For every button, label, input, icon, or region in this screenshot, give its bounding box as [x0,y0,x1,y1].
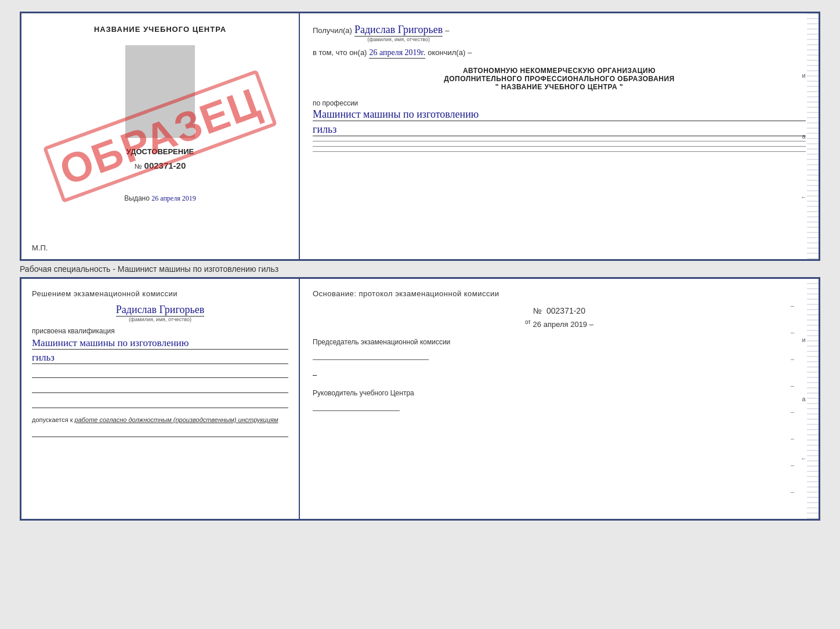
bottom-underline-4 [32,426,288,437]
допускается-text: работе согласно должностным (производств… [75,416,278,423]
bottom-side-char-и: и [801,336,807,343]
received-row: Получил(а) Радислав Григорьев (фамилия, … [313,24,806,42]
date-row: в том, что он(а) 26 апреля 2019г. окончи… [313,48,806,59]
bottom-name-block: Радислав Григорьев (фамилия, имя, отчест… [32,304,288,322]
dash-line-3 [313,151,806,152]
bottom-number-prefix: № [533,306,542,315]
in-that-label: в том, что он(а) [313,48,367,57]
chair-label: Председатель экзаменационной комиссии [313,338,806,346]
bottom-name-sublabel: (фамилия, имя, отчество) [129,317,191,322]
bottom-side-char-a: а [801,395,807,402]
cert-issued: Выдано 26 апреля 2019 [124,194,195,203]
dash-line-1 [313,141,806,141]
bottom-left-panel: Решением экзаменационной комиссии Радисл… [21,279,300,519]
cert-number: 002371-20 [144,161,186,170]
bottom-right-number: № 002371-20 [313,306,806,315]
assigned-label: присвоена квалификация [32,327,288,335]
date-value: 26 апреля 2019г. [369,48,425,59]
date-dash: – [589,320,593,329]
rdash3: – [791,355,794,363]
bottom-underline-3 [32,397,288,408]
udostoverenie-label: УДОСТОВЕРЕНИЕ [126,147,194,156]
rdash1: – [791,301,794,310]
bottom-underline-2 [32,381,288,393]
bottom-profession-line2: гильз [32,352,288,364]
issued-date: 26 апреля 2019 [151,194,195,202]
bottom-right-edge-pattern [807,279,819,519]
head-signature-line [313,399,400,411]
caption-text: Рабочая специальность - Машинист машины … [20,261,820,277]
basis-label: Основание: протокол экзаменационной коми… [313,289,806,298]
bottom-number-value: 002371-20 [546,306,585,315]
rdash5: – [791,408,794,416]
rdash4: – [791,381,794,390]
finished-label: окончил(а) [428,48,465,57]
chair-dash: – [313,370,317,379]
profession-line1: Машинист машины по изготовлению [313,108,806,121]
bottom-document: Решением экзаменационной комиссии Радисл… [20,277,820,521]
bottom-profession-line1: Машинист машины по изготовлению [32,337,288,350]
side-chars: и а ← [801,13,807,259]
rdash8: – [791,488,794,496]
org-line1: АВТОНОМНУЮ НЕКОММЕРЧЕСКУЮ ОРГАНИЗАЦИЮ ДО… [313,67,806,91]
rdash6: – [791,434,794,443]
bottom-recipient-name: Радислав Григорьев [116,304,204,317]
recipient-name-block: Радислав Григорьев (фамилия, имя, отчест… [354,24,443,42]
mp-label: М.П. [32,243,48,252]
side-char-a: а [801,133,807,140]
side-char-arrow: ← [801,194,807,201]
руководитель-label: Руководитель учебного Центра [313,389,806,397]
date-value: 26 апреля 2019 [533,320,588,329]
profession-line2: гильз [313,123,806,136]
received-label: Получил(а) [313,26,352,35]
bottom-side-char-arrow: ← [801,455,807,462]
допускается-row: допускается к работе согласно должностны… [32,416,288,423]
rdash7: – [791,461,794,470]
bottom-recipient-block: Радислав Григорьев (фамилия, имя, отчест… [32,304,288,322]
chair-signature-line [313,348,429,360]
profession-label: по профессии [313,99,806,107]
rdash2: – [791,328,794,337]
cert-number-block: № 002371-20 [135,161,186,171]
decision-label: Решением экзаменационной комиссии [32,289,288,298]
recipient-name: Радислав Григорьев [354,24,443,37]
certificate-image-placeholder [125,45,195,138]
dash-line-2 [313,146,806,147]
top-left-title: НАЗВАНИЕ УЧЕБНОГО ЦЕНТРА [94,25,226,34]
issued-label: Выдано [124,194,150,202]
bottom-underline-1 [32,366,288,378]
right-edge-pattern [807,13,819,259]
top-document: НАЗВАНИЕ УЧЕБНОГО ЦЕНТРА УДОСТОВЕРЕНИЕ №… [20,12,820,261]
name-sublabel: (фамилия, имя, отчество) [367,37,430,42]
допускается-prefix: допускается к [32,416,73,423]
bottom-side-chars: и а ← [801,279,807,519]
bottom-right-date: от 26 апреля 2019 – [313,319,806,329]
dash2: – [468,48,472,57]
bottom-right-panel: Основание: протокол экзаменационной коми… [300,279,819,519]
dash: – [445,26,449,35]
side-char-и: и [801,72,807,79]
top-right-panel: Получил(а) Радислав Григорьев (фамилия, … [300,13,819,259]
bottom-right-dashes: – – – – – – – – [791,279,794,519]
top-left-panel: НАЗВАНИЕ УЧЕБНОГО ЦЕНТРА УДОСТОВЕРЕНИЕ №… [21,13,300,259]
number-prefix: № [135,162,142,170]
date-prefix: от [525,319,531,325]
